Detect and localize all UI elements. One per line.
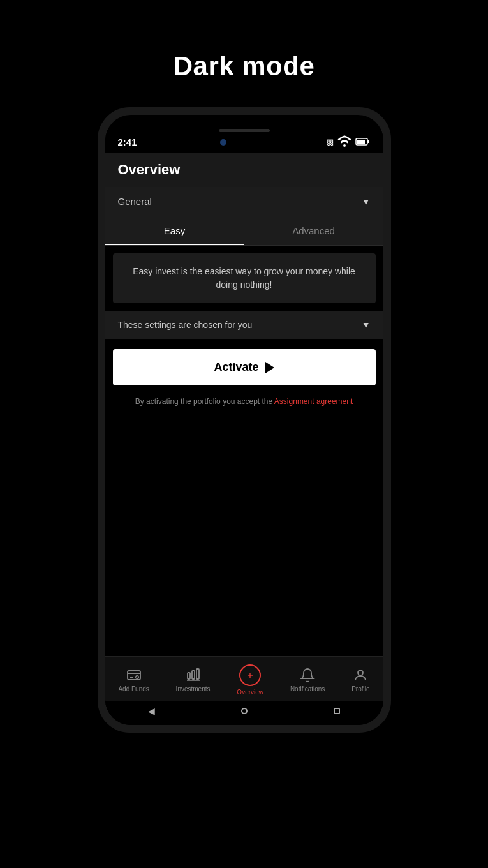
phone-screen: 2:41 ▩ Overview (105, 115, 383, 725)
assignment-agreement-link[interactable]: Assignment agreement (274, 397, 353, 406)
nav-profile[interactable]: Profile (345, 665, 376, 695)
profile-icon (353, 668, 368, 683)
camera-dot (220, 139, 226, 146)
nav-add-funds[interactable]: Add Funds (112, 665, 155, 695)
svg-rect-9 (188, 673, 190, 679)
notifications-label: Notifications (290, 685, 325, 692)
profile-label: Profile (351, 685, 369, 692)
app-content: General ▼ Easy Advanced Easy invest is t… (105, 187, 383, 725)
nav-notifications[interactable]: Notifications (284, 665, 331, 695)
overview-icon (239, 664, 261, 686)
svg-point-14 (358, 670, 363, 675)
add-funds-label: Add Funds (118, 685, 149, 692)
status-time: 2:41 (118, 137, 137, 147)
overview-label: Overview (237, 689, 263, 696)
info-box: Easy invest is the easiest way to grow y… (113, 253, 376, 303)
nav-overview[interactable]: Overview (230, 662, 270, 698)
sim-icon: ▩ (326, 137, 334, 147)
app-header-title: Overview (118, 161, 371, 178)
notifications-icon (300, 668, 315, 683)
activate-label: Activate (214, 361, 258, 374)
phone-speaker (219, 129, 270, 132)
general-label: General (118, 196, 152, 207)
investments-icon (186, 668, 201, 683)
add-funds-icon (126, 668, 142, 683)
settings-dropdown[interactable]: These settings are chosen for you ▼ (105, 311, 383, 339)
gesture-bar: ◀ (105, 701, 383, 725)
svg-rect-10 (192, 671, 195, 679)
agreement-pre-text: By activating the portfolio you accept t… (135, 397, 274, 406)
page-title: Dark mode (174, 51, 315, 82)
svg-rect-2 (367, 140, 369, 143)
investments-label: Investments (176, 685, 211, 692)
agreement-text: By activating the portfolio you accept t… (105, 396, 383, 407)
bottom-nav: Add Funds Investments (105, 656, 383, 701)
overview-plus-icon (245, 670, 255, 680)
app-header: Overview (105, 153, 383, 187)
tab-advanced[interactable]: Advanced (244, 216, 383, 245)
battery-icon (355, 134, 371, 149)
phone-shell: 2:41 ▩ Overview (98, 107, 391, 733)
settings-label: These settings are chosen for you (118, 320, 253, 330)
status-icons: ▩ (326, 134, 371, 149)
wifi-icon (337, 134, 352, 149)
activate-btn-wrapper: Activate (113, 349, 376, 385)
activate-button[interactable]: Activate (113, 349, 376, 385)
svg-rect-1 (357, 140, 365, 144)
home-button[interactable] (241, 708, 248, 714)
settings-chevron-icon: ▼ (362, 320, 371, 330)
play-icon (265, 362, 274, 373)
nav-investments[interactable]: Investments (170, 665, 217, 695)
info-text: Easy invest is the easiest way to grow y… (123, 265, 366, 292)
back-button[interactable]: ◀ (148, 706, 155, 716)
tab-easy[interactable]: Easy (105, 216, 244, 245)
recents-button[interactable] (334, 708, 340, 714)
chevron-down-icon: ▼ (362, 197, 371, 207)
general-dropdown[interactable]: General ▼ (105, 187, 383, 216)
main-area-space (105, 407, 383, 656)
tabs-container: Easy Advanced (105, 216, 383, 246)
svg-rect-11 (196, 669, 199, 679)
